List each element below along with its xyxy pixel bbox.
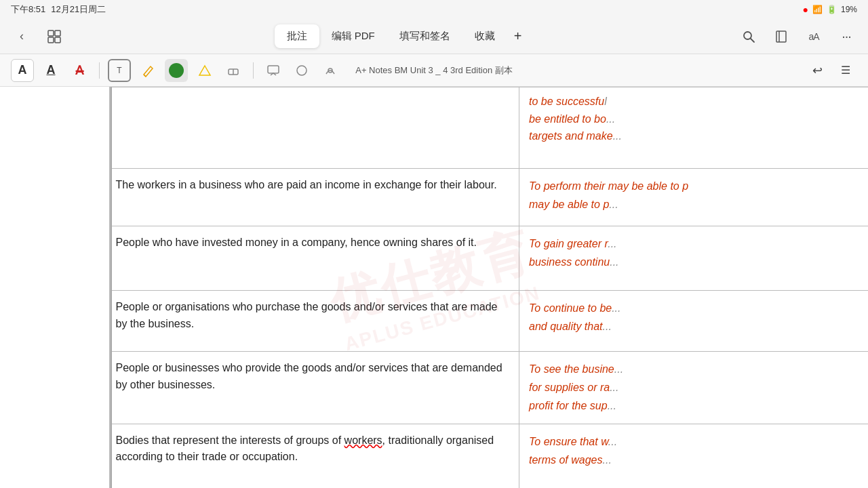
back-button[interactable]: ‹: [11, 26, 33, 47]
record-icon: ●: [803, 4, 808, 15]
wifi-icon: 📶: [812, 5, 823, 14]
search-button[interactable]: [738, 26, 760, 47]
status-right: ● 📶 🔋 19%: [803, 4, 858, 15]
trade-unions-interest-line2: terms of wages...: [529, 451, 859, 469]
row-trade-unions: ade unions Bodies that represent the int…: [1, 424, 869, 488]
undo-btn[interactable]: ↩: [806, 59, 829, 82]
row-shareholders: hareholders People who have invested mon…: [1, 226, 869, 291]
header-col3-line2: be entitled to bo...: [529, 110, 859, 128]
svg-line-8: [144, 75, 146, 77]
status-left: 下午8:51 12月21日周二: [11, 3, 106, 16]
toolbar: A A A̶ T A+ Notes BM Unit 3 _ 4 3rd Edit…: [0, 54, 868, 87]
svg-rect-12: [268, 66, 279, 73]
suppliers-definition: People or businesses who provide the goo…: [116, 362, 502, 390]
row-customers-col3: To continue to be... and quality that...: [519, 291, 869, 352]
row-suppliers-col2: People or businesses who provide the goo…: [106, 352, 519, 424]
nav-bar: ‹ 批注 编辑 PDF 填写和签名 收藏 +: [0, 19, 868, 54]
row-employees: mployees internal The workers in a busin…: [1, 169, 869, 226]
left-col-overlay: [0, 87, 111, 488]
trade-unions-interest-line1: To ensure that w...: [529, 432, 859, 451]
trade-unions-definition: Bodies that represent the interests of g…: [116, 434, 494, 463]
shareholders-definition: People who have invested money in a comp…: [116, 237, 477, 248]
shareholders-interest-line2: business continu...: [529, 253, 859, 271]
row-customers-col2: People or organisations who purchase the…: [106, 291, 519, 352]
nav-tabs: 批注 编辑 PDF 填写和签名 收藏 +: [76, 24, 727, 48]
main-content: 优仕教育 APLUS EDUCATION External Stakeholde…: [0, 87, 868, 488]
row-customers: ustomers People or organisations who pur…: [1, 291, 869, 352]
shareholders-interest-line1: To gain greater r...: [529, 235, 859, 253]
document-title: A+ Notes BM Unit 3 _ 4 3rd Edition 副本: [355, 64, 513, 77]
header-col2: [106, 87, 519, 169]
content-table: External Stakeholders to be successful b…: [0, 87, 868, 488]
row-shareholders-col3: To gain greater r... business continu...: [519, 226, 869, 291]
menu-btn[interactable]: ☰: [834, 59, 857, 82]
svg-line-5: [751, 39, 754, 42]
header-row: External Stakeholders to be successful b…: [1, 87, 869, 169]
suppliers-interest-line3: profit for the sup...: [529, 396, 859, 415]
pen-tool-btn[interactable]: [136, 59, 159, 82]
more-button[interactable]: ···: [835, 26, 857, 47]
svg-marker-9: [199, 66, 210, 75]
comment-btn[interactable]: [262, 59, 285, 82]
suppliers-interest-line2: for supplies or ra...: [529, 378, 859, 396]
book-button[interactable]: [770, 26, 792, 47]
employees-definition: The workers in a business who are paid a…: [116, 179, 497, 190]
svg-rect-0: [48, 30, 54, 36]
tab-fill-sign[interactable]: 填写和签名: [387, 24, 462, 48]
nav-right: aA ···: [738, 26, 857, 47]
font-size-button[interactable]: aA: [803, 26, 825, 47]
customers-interest-line1: To continue to be...: [529, 299, 859, 317]
row-employees-col2: The workers in a business who are paid a…: [106, 169, 519, 226]
nav-left: ‹: [11, 26, 65, 47]
svg-rect-3: [55, 37, 60, 43]
svg-rect-1: [55, 30, 60, 36]
row-trade-unions-col3: To ensure that w... terms of wages...: [519, 424, 869, 488]
tab-edit-pdf[interactable]: 编辑 PDF: [319, 24, 387, 48]
add-tab-button[interactable]: +: [507, 26, 529, 47]
row-employees-col3: To perform their may be able to p may be…: [519, 169, 869, 226]
row-suppliers-col3: To see the busine... for supplies or ra.…: [519, 352, 869, 424]
battery-icon: 🔋: [827, 5, 837, 14]
customers-interest-line2: and quality that...: [529, 317, 859, 336]
highlighter-btn[interactable]: [165, 59, 188, 82]
color-triangle-btn[interactable]: [193, 59, 216, 82]
tab-favorites[interactable]: 收藏: [462, 24, 507, 48]
svg-rect-2: [48, 37, 54, 43]
svg-point-4: [744, 32, 751, 39]
eraser-btn[interactable]: [222, 59, 245, 82]
customers-definition: People or organisations who purchase the…: [116, 301, 498, 329]
text-underline-btn[interactable]: A: [39, 59, 62, 82]
separator1: [99, 62, 100, 79]
suppliers-interest-line1: To see the busine...: [529, 360, 859, 378]
row-trade-unions-col2: Bodies that represent the interests of g…: [106, 424, 519, 488]
date: 12月21日周二: [51, 3, 106, 16]
shape-btn[interactable]: [290, 59, 313, 82]
toolbar-right: ↩ ☰: [806, 59, 857, 82]
employees-interest-line2: may be able to p...: [529, 195, 859, 214]
tab-annotate[interactable]: 批注: [275, 24, 319, 48]
row-suppliers: uppliers People or businesses who provid…: [1, 352, 869, 424]
status-bar: 下午8:51 12月21日周二 ● 📶 🔋 19%: [0, 0, 868, 19]
time: 下午8:51: [11, 3, 45, 16]
text-strikethrough-btn[interactable]: A̶: [68, 59, 91, 82]
header-col3: to be successful be entitled to bo... ta…: [519, 87, 869, 169]
text-box-btn[interactable]: T: [108, 59, 131, 82]
separator2: [253, 62, 254, 79]
text-tool-btn[interactable]: A: [11, 59, 34, 82]
header-col3-line1: to be successful: [529, 93, 859, 110]
battery-pct: 19%: [841, 5, 857, 14]
col1-divider: [111, 87, 112, 488]
svg-point-13: [297, 66, 307, 75]
stamp-btn[interactable]: [319, 59, 342, 82]
row-shareholders-col2: People who have invested money in a comp…: [106, 226, 519, 291]
svg-rect-6: [776, 31, 786, 42]
header-col3-line3: targets and make...: [529, 127, 859, 145]
grid-button[interactable]: [43, 26, 65, 47]
employees-interest-line1: To perform their may be able to p: [529, 177, 859, 195]
document-page: 优仕教育 APLUS EDUCATION External Stakeholde…: [0, 87, 868, 488]
